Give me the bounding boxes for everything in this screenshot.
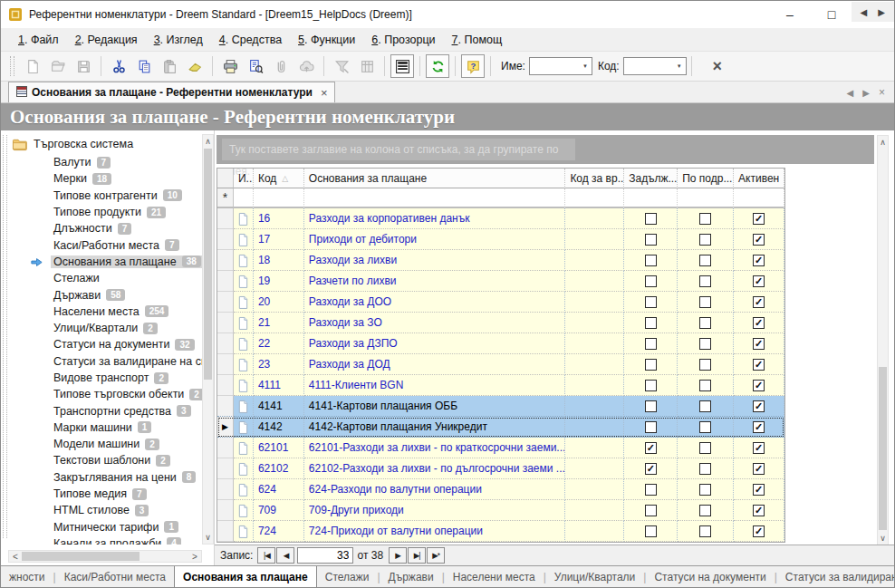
checkbox-by-detail[interactable] bbox=[699, 338, 711, 350]
checkbox-active[interactable]: ✓ bbox=[753, 484, 765, 496]
group-by-hint[interactable]: Тук поставете заглавие на колона от спис… bbox=[222, 139, 575, 160]
chevron-down-icon[interactable]: ▼ bbox=[673, 63, 686, 69]
table-vertical-scrollbar[interactable]: ∧ ∨ bbox=[877, 135, 889, 545]
checkbox-by-detail[interactable] bbox=[699, 213, 711, 225]
menu-item-5[interactable]: 5. Функции bbox=[290, 30, 363, 50]
sidebar-item[interactable]: Типове търговски обекти2 bbox=[8, 386, 202, 402]
new-row-cell[interactable] bbox=[565, 188, 624, 208]
checkbox-by-detail[interactable] bbox=[699, 317, 711, 329]
checkbox-mandatory[interactable] bbox=[645, 317, 657, 329]
table-row[interactable]: 41414141-Картови плащания ОББ✓ bbox=[217, 396, 784, 417]
cell-name[interactable]: 4141-Картови плащания ОББ bbox=[304, 396, 566, 417]
sidebar-item[interactable]: Стелажи bbox=[8, 270, 202, 286]
minimize-icon[interactable]: – bbox=[769, 1, 811, 28]
checkbox-active[interactable]: ✓ bbox=[753, 338, 765, 350]
sidebar-item[interactable]: Каси/Работни места7 bbox=[8, 236, 202, 253]
cell-code[interactable]: 62101 bbox=[254, 438, 304, 458]
checkbox-active[interactable]: ✓ bbox=[753, 400, 765, 412]
bottom-tab[interactable]: Стелажи bbox=[317, 566, 378, 587]
cell-code-vr[interactable] bbox=[565, 500, 624, 521]
cell-code[interactable]: 22 bbox=[254, 333, 304, 354]
checkbox-mandatory[interactable] bbox=[645, 296, 657, 308]
checkbox-mandatory[interactable] bbox=[645, 359, 657, 371]
checkbox-active[interactable]: ✓ bbox=[753, 275, 765, 287]
checkbox-active[interactable]: ✓ bbox=[753, 525, 765, 537]
cell-code[interactable]: 4141 bbox=[254, 396, 304, 417]
tab-close-icon[interactable]: × bbox=[321, 86, 328, 100]
bottom-tab[interactable]: Населени места bbox=[445, 566, 544, 587]
checkbox-by-detail[interactable] bbox=[699, 400, 711, 412]
new-row-cell[interactable] bbox=[234, 188, 254, 208]
checkbox-by-detail[interactable] bbox=[699, 275, 711, 287]
checkbox-active[interactable]: ✓ bbox=[753, 463, 765, 475]
sidebar-item[interactable]: Видове транспорт2 bbox=[8, 370, 202, 386]
checkbox-mandatory[interactable] bbox=[645, 275, 657, 287]
checkbox-mandatory[interactable] bbox=[645, 338, 657, 350]
table-row[interactable]: 41114111-Клиенти BGN✓ bbox=[217, 375, 784, 396]
record-position-input[interactable] bbox=[297, 547, 353, 564]
cell-name[interactable]: 4142-Картови плащания Уникредит bbox=[304, 417, 566, 438]
first-record-button[interactable]: |◀ bbox=[257, 547, 275, 564]
column-header[interactable]: И... bbox=[234, 169, 254, 188]
checkbox-by-detail[interactable] bbox=[699, 505, 711, 516]
bottom-tab[interactable]: Статуси на документи bbox=[646, 566, 774, 587]
scroll-down-icon[interactable]: ∨ bbox=[203, 531, 213, 544]
bottom-tab[interactable]: Каси/Работни места bbox=[56, 566, 174, 587]
sidebar-item[interactable]: Митнически тарифи1 bbox=[8, 519, 202, 535]
cell-name[interactable]: Разходи за ДЗПО bbox=[304, 333, 566, 354]
scrollbar-thumb[interactable] bbox=[22, 552, 140, 561]
menu-item-7[interactable]: 7. Помощ bbox=[444, 30, 511, 50]
cell-code-vr[interactable] bbox=[565, 229, 624, 250]
cell-name[interactable]: 709-Други приходи bbox=[304, 500, 566, 521]
sidebar-item[interactable]: Закръглявания на цени8 bbox=[8, 469, 202, 486]
cell-code-vr[interactable] bbox=[565, 271, 624, 292]
refresh-icon[interactable] bbox=[426, 54, 449, 78]
cell-name[interactable]: Разходи за лихви bbox=[304, 250, 566, 271]
checkbox-mandatory[interactable] bbox=[645, 421, 657, 433]
column-header[interactable]: По подр... bbox=[678, 169, 734, 188]
checkbox-mandatory[interactable] bbox=[645, 484, 657, 496]
cell-name[interactable]: 4111-Клиенти BGN bbox=[304, 375, 566, 396]
checkbox-active[interactable]: ✓ bbox=[753, 421, 765, 433]
copy-icon[interactable] bbox=[132, 54, 156, 78]
cell-code[interactable]: 19 bbox=[254, 271, 304, 292]
sidebar-item[interactable]: Длъжности7 bbox=[8, 220, 202, 236]
sidebar-item[interactable]: Модели машини2 bbox=[8, 436, 202, 452]
checkbox-by-detail[interactable] bbox=[699, 463, 711, 475]
cell-code-vr[interactable] bbox=[565, 208, 624, 229]
table-row[interactable]: ▶41424142-Картови плащания Уникредит✓ bbox=[217, 417, 784, 438]
sidebar-item[interactable]: Канали за продажби4 bbox=[8, 535, 202, 545]
table-row[interactable]: 23Разходи за ДОД✓ bbox=[217, 354, 784, 375]
list-view-icon[interactable] bbox=[390, 54, 414, 78]
sidebar-item[interactable]: Статуси за валидиране на скла bbox=[8, 353, 202, 370]
cell-code[interactable]: 21 bbox=[254, 313, 304, 333]
cell-code[interactable]: 724 bbox=[254, 521, 304, 542]
sidebar-item[interactable]: Статуси на документи32 bbox=[8, 336, 202, 352]
cut-icon[interactable] bbox=[107, 54, 130, 78]
scroll-right-icon[interactable]: > bbox=[188, 551, 201, 562]
cell-code-vr[interactable] bbox=[565, 375, 624, 396]
sidebar-item[interactable]: Типове медия7 bbox=[8, 486, 202, 502]
new-row-cell[interactable] bbox=[624, 188, 678, 208]
table-row[interactable]: 20Разходи за ДОО✓ bbox=[217, 292, 784, 313]
scroll-down-icon[interactable]: ∨ bbox=[878, 532, 888, 545]
cell-code[interactable]: 16 bbox=[254, 208, 304, 229]
checkbox-by-detail[interactable] bbox=[699, 525, 711, 537]
checkbox-active[interactable]: ✓ bbox=[753, 505, 765, 516]
tab-scroll-left-icon[interactable]: ◀ bbox=[847, 88, 854, 98]
checkbox-active[interactable]: ✓ bbox=[753, 359, 765, 371]
checkbox-mandatory[interactable] bbox=[645, 380, 657, 391]
checkbox-by-detail[interactable] bbox=[699, 484, 711, 496]
cell-name[interactable]: Разходи за ДОО bbox=[304, 292, 566, 313]
cell-code[interactable]: 20 bbox=[254, 292, 304, 313]
table-row[interactable]: 22Разходи за ДЗПО✓ bbox=[217, 333, 784, 354]
cell-code-vr[interactable] bbox=[565, 313, 624, 333]
checkbox-mandatory[interactable] bbox=[645, 525, 657, 537]
new-record-button[interactable]: ▶* bbox=[427, 547, 445, 564]
sidebar-horizontal-scrollbar[interactable]: < > bbox=[8, 550, 202, 563]
checkbox-active[interactable]: ✓ bbox=[753, 255, 765, 266]
cell-name[interactable]: 62102-Разходи за лихви - по дългосрочни … bbox=[304, 458, 566, 479]
checkbox-mandatory[interactable] bbox=[645, 400, 657, 412]
tab-scroll-right-icon[interactable]: ▶ bbox=[878, 7, 885, 17]
checkbox-active[interactable]: ✓ bbox=[753, 442, 765, 454]
